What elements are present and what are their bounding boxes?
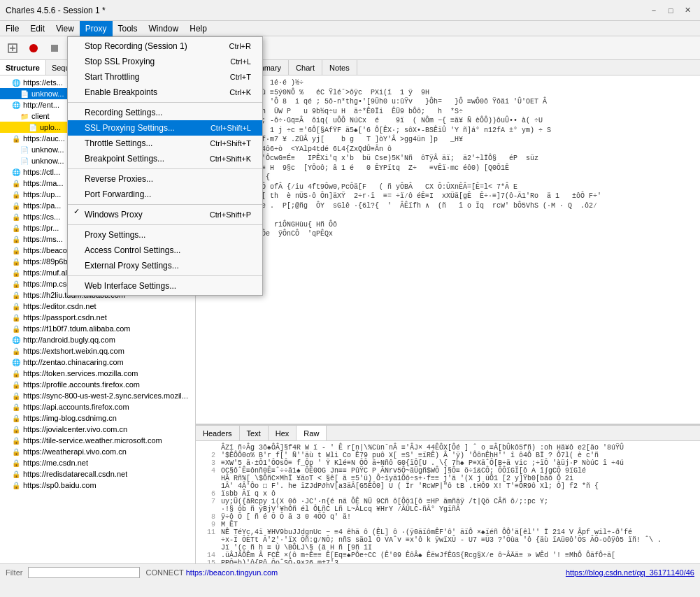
dropdown-item-web-interface-settings[interactable]: Web Interface Settings... — [68, 278, 262, 294]
dropdown-item-start-throttling[interactable]: Start ThrottlingCtrl+T — [68, 69, 262, 85]
tree-item[interactable]: 🔒https://f1b0f7.tdum.alibaba.com — [0, 323, 195, 334]
line-numbered: 9M ÊT — [199, 521, 697, 528]
tree-item[interactable]: 🔒https://token.services.mozilla.com — [0, 368, 195, 379]
separator — [68, 168, 262, 169]
dropdown-item-recording-settings[interactable]: Recording Settings... — [68, 105, 262, 120]
dropdown-item-windows-proxy[interactable]: Windows ProxyCtrl+Shift+P — [68, 207, 262, 222]
tab-structure[interactable]: Structure — [0, 60, 46, 75]
toolbar-btn-1[interactable] — [3, 38, 22, 58]
tree-item-label: https://weatherapi.vivo.com.cn — [23, 447, 127, 456]
tree-item[interactable]: 🔒https://redisdatarecall.csdn.net — [0, 468, 195, 480]
tree-item[interactable]: 🔒https://passport.csdn.net — [0, 312, 195, 323]
dropdown-item-enable-breakpoints[interactable]: Enable BreakpointsCtrl+K — [68, 85, 262, 100]
line-number: 9 — [199, 521, 215, 528]
tab-text[interactable]: Text — [240, 426, 269, 440]
dropdown-item-access-control-settings[interactable]: Access Control Settings... — [68, 243, 262, 258]
lock-icon: 🔒 — [11, 201, 21, 210]
line-content: '$ÊÔÔ0o% B'r f[' Ñ''äù t Wli Co Ê79 puô … — [221, 452, 599, 459]
line-numbered: HÂ Rñ%[ \$ÔñC×MhÏ ¥äoT < §ê[ ä ≡5'ü) Ô÷ï… — [199, 475, 697, 482]
menu-view[interactable]: View — [50, 21, 80, 36]
dropdown-item-wrapper: External Proxy Settings... — [68, 258, 262, 273]
dropdown-item-port-forwarding[interactable]: Port Forwarding... — [68, 187, 262, 202]
dropdown-item-wrapper: Reverse Proxies... — [68, 171, 262, 187]
dropdown-item-proxy-settings[interactable]: Proxy Settings... — [68, 227, 262, 243]
globe-icon: 🌐 — [11, 100, 21, 110]
lock-icon: 🔒 — [11, 402, 21, 412]
maximize-button[interactable]: □ — [664, 3, 678, 17]
menu-help[interactable]: Help — [184, 21, 213, 36]
menu-edit[interactable]: Edit — [24, 21, 50, 36]
line-content: ïsbb Âï q x ô — [221, 490, 276, 498]
dropdown-item-breakpoint-settings[interactable]: Breakpoint Settings...Ctrl+Shift+K — [68, 151, 262, 166]
tab-hex[interactable]: Hex — [269, 426, 297, 440]
dropdown-item-label: Reverse Proxies... — [85, 174, 153, 184]
line-number: 11 — [199, 528, 215, 536]
tree-item[interactable]: 🌐http://zentao.chinacaring.com — [0, 357, 195, 368]
check-mark-icon: ✓ — [73, 207, 80, 216]
tree-item[interactable]: 🔒https://weatherapi.vivo.com.cn — [0, 446, 195, 457]
line-numbered: 2'$ÊÔÔ0o% B'r f[' Ñ''äù t Wli Co Ê79 puô… — [199, 452, 697, 459]
tree-item-label: https://img-blog.csdnimg.cn — [23, 414, 117, 422]
menu-proxy[interactable]: Proxy — [80, 21, 113, 36]
lock-icon: 🔒 — [11, 380, 21, 389]
tree-item[interactable]: 🔒https://sync-800-us-west-2.sync.service… — [0, 390, 195, 401]
tab-headers[interactable]: Headers — [196, 426, 240, 440]
tree-item[interactable]: 🔒https://extshort.weixin.qq.com — [0, 345, 195, 357]
dropdown-item-wrapper: Recording Settings... — [68, 105, 262, 120]
dropdown-item-wrapper: Web Interface Settings... — [68, 278, 262, 294]
dropdown-item-wrapper: Stop Recording (Session 1)Ctrl+R — [68, 38, 262, 54]
dropdown-item-external-proxy-settings[interactable]: External Proxy Settings... — [68, 258, 262, 273]
blog-link[interactable]: https://blog.csdn.net/qq_36171140/46 — [566, 568, 694, 577]
separator — [68, 224, 262, 225]
dropdown-item-wrapper: Port Forwarding... — [68, 187, 262, 202]
tree-item-label: https://sp0.baidu.com — [23, 481, 97, 489]
record-button[interactable] — [24, 38, 43, 58]
tree-item-label: https://passport.csdn.net — [23, 313, 107, 322]
menu-window[interactable]: Window — [143, 21, 185, 36]
dropdown-item-ssl-proxying-settings[interactable]: SSL Proxying Settings...Ctrl+Shift+L — [68, 120, 262, 136]
dropdown-item-stop-recording[interactable]: Stop Recording (Session 1)Ctrl+R — [68, 38, 262, 54]
tree-item-label: https://me.csdn.net — [23, 459, 88, 467]
tree-item[interactable]: 🔒https://api.accounts.firefox.com — [0, 401, 195, 412]
line-numbered: 1Â' 4Â'Ôo □ F'. he ïZJdP∂hV[a3äÂ[G5ÊÔ0] … — [199, 482, 697, 490]
dropdown-item-label: Proxy Settings... — [85, 230, 145, 240]
line-content: NÊ TéYc,4ï ¥HV9buJJdgnUc − ≡4 êhä ô (ÊL]… — [221, 528, 632, 536]
lock-icon: 🔒 — [11, 424, 21, 434]
tree-item[interactable]: 🔒https://img-blog.csdnimg.cn — [0, 412, 195, 424]
tree-item[interactable]: 🔒https://me.csdn.net — [0, 457, 195, 468]
tree-item-label: https://tile-service.weather.microsoft.c… — [23, 436, 162, 445]
tree-item[interactable]: 🔒https://tile-service.weather.microsoft.… — [0, 435, 195, 446]
tree-item[interactable]: 🔒https://sp0.baidu.com — [0, 480, 195, 491]
dropdown-item-reverse-proxies[interactable]: Reverse Proxies... — [68, 171, 262, 187]
close-button[interactable]: ✕ — [680, 3, 694, 17]
dropdown-item-label: SSL Proxying Settings... — [85, 123, 175, 133]
line-numbered: 6ïsbb Âï q x ô — [199, 490, 697, 498]
filter-input[interactable] — [28, 567, 140, 578]
tree-item-label: unknow... — [31, 157, 64, 165]
stop-button[interactable] — [45, 38, 64, 58]
line-content: ·!§ ôb ñ ÿBjV'¥hÔñ él ÔLñC Lñ L~ÂLcq ¥Hr… — [221, 505, 460, 513]
menu-tools[interactable]: Tools — [113, 21, 143, 36]
tree-item[interactable]: 🌐http://android.bugly.qq.com — [0, 334, 195, 345]
minimize-button[interactable]: − — [647, 3, 661, 17]
tree-item-label: https://editor.csdn.net — [23, 302, 97, 310]
tab-chart[interactable]: Chart — [289, 60, 322, 75]
tree-item[interactable]: 🔒https://editor.csdn.net — [0, 301, 195, 312]
tree-item[interactable]: 🔒https://jovialcenter.vivo.com.cn — [0, 424, 195, 435]
svg-point-3 — [29, 44, 38, 52]
tree-item[interactable]: 🔒https://profile.accounts.firefox.com — [0, 379, 195, 390]
globe-icon: 🌐 — [11, 357, 21, 367]
tree-item-label: client — [31, 112, 50, 120]
tab-notes[interactable]: Notes — [322, 60, 357, 75]
menu-file[interactable]: File — [0, 21, 24, 36]
tree-item-label: https://redisdatarecall.csdn.net — [23, 470, 127, 478]
line-numbered: 11NÊ TéYc,4ï ¥HV9buJJdgnUc − ≡4 êhä ô (Ê… — [199, 528, 697, 536]
dropdown-item-label: External Proxy Settings... — [85, 261, 179, 271]
dropdown-item-throttle-settings[interactable]: Throttle Settings...Ctrl+Shift+T — [68, 136, 262, 151]
tab-raw[interactable]: Raw — [297, 426, 327, 440]
globe-icon: 🌐 — [11, 335, 21, 345]
line-numbered: 14.üÂJÂÔÊm Â FCÊ ×(ô m÷Ê≡≡ Ê[Eq≡♠PÔe÷CC … — [199, 552, 697, 559]
menubar: File Edit View Proxy Tools Window Help — [0, 21, 700, 36]
dropdown-item-stop-ssl[interactable]: Stop SSL ProxyingCtrl+L — [68, 54, 262, 69]
right-tabs: Contents Summary Chart Notes — [196, 60, 700, 75]
